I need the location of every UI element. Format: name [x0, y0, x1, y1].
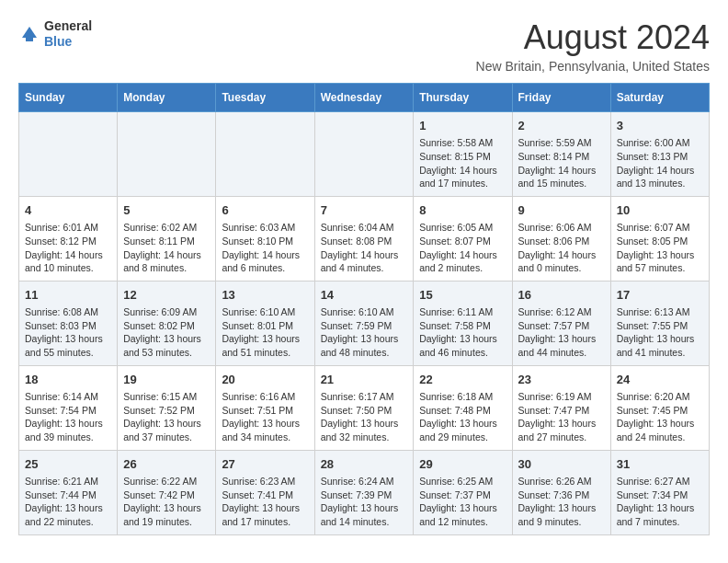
col-saturday: Saturday — [610, 84, 709, 112]
day-info: Sunrise: 6:04 AM Sunset: 8:08 PM Dayligh… — [321, 221, 408, 275]
table-row: 28Sunrise: 6:24 AM Sunset: 7:39 PM Dayli… — [314, 450, 414, 534]
logo: General Blue — [18, 18, 92, 50]
table-row: 13Sunrise: 6:10 AM Sunset: 8:01 PM Dayli… — [216, 281, 314, 365]
day-info: Sunrise: 6:21 AM Sunset: 7:44 PM Dayligh… — [25, 475, 111, 529]
day-number: 27 — [222, 456, 308, 473]
day-number: 21 — [321, 372, 408, 388]
table-row: 3Sunrise: 6:00 AM Sunset: 8:13 PM Daylig… — [610, 112, 709, 197]
calendar-week-row: 25Sunrise: 6:21 AM Sunset: 7:44 PM Dayli… — [19, 450, 710, 534]
day-number: 8 — [419, 202, 506, 219]
table-row: 10Sunrise: 6:07 AM Sunset: 8:05 PM Dayli… — [610, 196, 709, 281]
day-info: Sunrise: 6:14 AM Sunset: 7:54 PM Dayligh… — [25, 390, 111, 444]
table-row: 19Sunrise: 6:15 AM Sunset: 7:52 PM Dayli… — [118, 365, 216, 450]
day-info: Sunrise: 6:05 AM Sunset: 8:07 PM Dayligh… — [419, 221, 506, 275]
day-info: Sunrise: 6:09 AM Sunset: 8:02 PM Dayligh… — [123, 305, 210, 360]
table-row: 23Sunrise: 6:19 AM Sunset: 7:47 PM Dayli… — [512, 365, 610, 450]
table-row: 21Sunrise: 6:17 AM Sunset: 7:50 PM Dayli… — [314, 365, 414, 450]
day-number: 6 — [222, 202, 308, 219]
table-row: 7Sunrise: 6:04 AM Sunset: 8:08 PM Daylig… — [314, 196, 414, 281]
table-row: 24Sunrise: 6:20 AM Sunset: 7:45 PM Dayli… — [610, 365, 709, 450]
calendar-week-row: 4Sunrise: 6:01 AM Sunset: 8:12 PM Daylig… — [19, 196, 710, 281]
col-thursday: Thursday — [414, 84, 512, 112]
day-info: Sunrise: 6:08 AM Sunset: 8:03 PM Dayligh… — [25, 305, 111, 360]
day-info: Sunrise: 6:10 AM Sunset: 7:59 PM Dayligh… — [321, 305, 408, 360]
subtitle: New Britain, Pennsylvania, United States — [476, 59, 710, 74]
day-info: Sunrise: 6:18 AM Sunset: 7:48 PM Dayligh… — [419, 390, 506, 444]
table-row: 18Sunrise: 6:14 AM Sunset: 7:54 PM Dayli… — [19, 365, 118, 450]
table-row: 1Sunrise: 5:58 AM Sunset: 8:15 PM Daylig… — [414, 112, 512, 197]
page-header: General Blue August 2024 New Britain, Pe… — [18, 18, 710, 74]
calendar-week-row: 11Sunrise: 6:08 AM Sunset: 8:03 PM Dayli… — [19, 281, 710, 365]
day-number: 30 — [518, 456, 605, 473]
table-row: 17Sunrise: 6:13 AM Sunset: 7:55 PM Dayli… — [610, 281, 709, 365]
table-row — [314, 112, 414, 197]
table-row: 29Sunrise: 6:25 AM Sunset: 7:37 PM Dayli… — [414, 450, 512, 534]
day-info: Sunrise: 5:58 AM Sunset: 8:15 PM Dayligh… — [419, 136, 506, 190]
day-number: 29 — [419, 456, 506, 473]
day-number: 11 — [25, 287, 111, 304]
table-row — [118, 112, 216, 197]
table-row: 6Sunrise: 6:03 AM Sunset: 8:10 PM Daylig… — [216, 196, 314, 281]
logo-icon — [18, 23, 40, 45]
table-row: 12Sunrise: 6:09 AM Sunset: 8:02 PM Dayli… — [118, 281, 216, 365]
day-info: Sunrise: 6:01 AM Sunset: 8:12 PM Dayligh… — [25, 221, 111, 275]
day-number: 7 — [321, 202, 408, 219]
calendar-week-row: 18Sunrise: 6:14 AM Sunset: 7:54 PM Dayli… — [19, 365, 710, 450]
day-info: Sunrise: 6:25 AM Sunset: 7:37 PM Dayligh… — [419, 475, 506, 529]
logo-general: General — [44, 18, 92, 34]
day-number: 28 — [321, 456, 408, 473]
day-number: 14 — [321, 287, 408, 304]
day-number: 31 — [617, 456, 703, 473]
day-info: Sunrise: 6:27 AM Sunset: 7:34 PM Dayligh… — [617, 475, 703, 529]
logo-text: General Blue — [44, 18, 92, 50]
calendar-week-row: 1Sunrise: 5:58 AM Sunset: 8:15 PM Daylig… — [19, 112, 710, 197]
day-info: Sunrise: 6:23 AM Sunset: 7:41 PM Dayligh… — [222, 475, 308, 529]
col-wednesday: Wednesday — [314, 84, 414, 112]
day-info: Sunrise: 5:59 AM Sunset: 8:14 PM Dayligh… — [518, 136, 605, 190]
logo-blue: Blue — [44, 34, 92, 50]
day-info: Sunrise: 6:19 AM Sunset: 7:47 PM Dayligh… — [518, 390, 605, 444]
table-row: 20Sunrise: 6:16 AM Sunset: 7:51 PM Dayli… — [216, 365, 314, 450]
day-info: Sunrise: 6:12 AM Sunset: 7:57 PM Dayligh… — [518, 305, 605, 360]
day-info: Sunrise: 6:00 AM Sunset: 8:13 PM Dayligh… — [617, 136, 703, 190]
day-number: 25 — [25, 456, 111, 473]
day-info: Sunrise: 6:07 AM Sunset: 8:05 PM Dayligh… — [617, 221, 703, 275]
calendar-header-row: Sunday Monday Tuesday Wednesday Thursday… — [19, 84, 710, 112]
day-number: 22 — [419, 372, 506, 388]
main-title: August 2024 — [476, 18, 710, 57]
day-info: Sunrise: 6:16 AM Sunset: 7:51 PM Dayligh… — [222, 390, 308, 444]
day-info: Sunrise: 6:26 AM Sunset: 7:36 PM Dayligh… — [518, 475, 605, 529]
day-number: 18 — [25, 372, 111, 388]
table-row: 14Sunrise: 6:10 AM Sunset: 7:59 PM Dayli… — [314, 281, 414, 365]
day-number: 17 — [617, 287, 703, 304]
col-tuesday: Tuesday — [216, 84, 314, 112]
table-row: 9Sunrise: 6:06 AM Sunset: 8:06 PM Daylig… — [512, 196, 610, 281]
col-sunday: Sunday — [19, 84, 118, 112]
day-number: 16 — [518, 287, 605, 304]
table-row: 25Sunrise: 6:21 AM Sunset: 7:44 PM Dayli… — [19, 450, 118, 534]
table-row: 16Sunrise: 6:12 AM Sunset: 7:57 PM Dayli… — [512, 281, 610, 365]
svg-rect-1 — [26, 38, 33, 41]
day-number: 20 — [222, 372, 308, 388]
table-row: 22Sunrise: 6:18 AM Sunset: 7:48 PM Dayli… — [414, 365, 512, 450]
day-number: 13 — [222, 287, 308, 304]
table-row: 4Sunrise: 6:01 AM Sunset: 8:12 PM Daylig… — [19, 196, 118, 281]
svg-marker-0 — [22, 27, 37, 38]
table-row: 8Sunrise: 6:05 AM Sunset: 8:07 PM Daylig… — [414, 196, 512, 281]
day-info: Sunrise: 6:24 AM Sunset: 7:39 PM Dayligh… — [321, 475, 408, 529]
table-row — [19, 112, 118, 197]
day-number: 4 — [25, 202, 111, 219]
table-row: 2Sunrise: 5:59 AM Sunset: 8:14 PM Daylig… — [512, 112, 610, 197]
day-number: 15 — [419, 287, 506, 304]
day-number: 24 — [617, 372, 703, 388]
table-row: 26Sunrise: 6:22 AM Sunset: 7:42 PM Dayli… — [118, 450, 216, 534]
table-row: 5Sunrise: 6:02 AM Sunset: 8:11 PM Daylig… — [118, 196, 216, 281]
day-number: 2 — [518, 118, 605, 134]
col-monday: Monday — [118, 84, 216, 112]
title-section: August 2024 New Britain, Pennsylvania, U… — [476, 18, 710, 74]
table-row — [216, 112, 314, 197]
day-info: Sunrise: 6:13 AM Sunset: 7:55 PM Dayligh… — [617, 305, 703, 360]
day-number: 23 — [518, 372, 605, 388]
day-number: 1 — [419, 118, 506, 134]
day-number: 9 — [518, 202, 605, 219]
